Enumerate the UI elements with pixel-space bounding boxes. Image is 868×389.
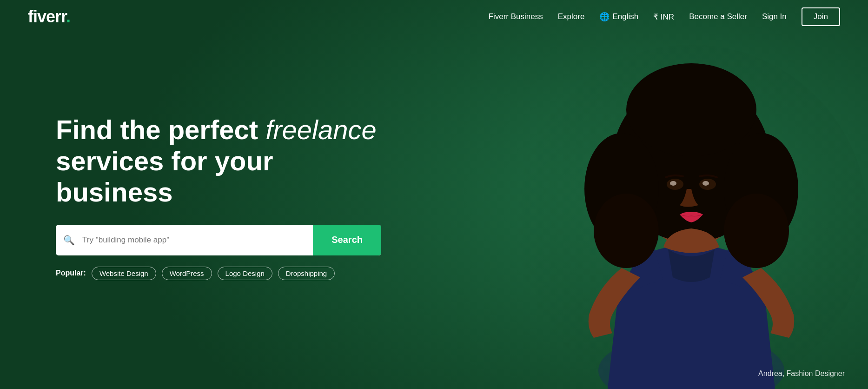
- search-bar: 🔍 Search: [56, 225, 381, 255]
- logo[interactable]: fiverr.: [28, 7, 70, 27]
- nav-become-seller[interactable]: Become a Seller: [689, 12, 747, 21]
- logo-dot: .: [66, 7, 70, 26]
- logo-wordmark: fiverr: [28, 7, 66, 26]
- navbar: fiverr. Fiverr Business Explore 🌐 Englis…: [0, 0, 868, 34]
- hero-content: Find the perfect freelance services for …: [0, 34, 868, 389]
- nav-currency[interactable]: ₹ INR: [653, 12, 674, 22]
- hero-heading-text2: services for your business: [56, 146, 273, 207]
- nav-fiverr-business[interactable]: Fiverr Business: [489, 12, 543, 21]
- search-button[interactable]: Search: [313, 225, 381, 255]
- tag-logo-design[interactable]: Logo Design: [218, 267, 272, 280]
- hero-section: fiverr. Fiverr Business Explore 🌐 Englis…: [0, 0, 868, 389]
- search-input[interactable]: [82, 225, 313, 255]
- tag-dropshipping[interactable]: Dropshipping: [278, 267, 335, 280]
- logo-text: fiverr.: [28, 7, 70, 27]
- popular-label: Popular:: [56, 269, 86, 277]
- nav-sign-in[interactable]: Sign In: [762, 12, 787, 21]
- search-icon-wrap: 🔍: [56, 225, 82, 255]
- search-icon: 🔍: [63, 235, 75, 246]
- globe-icon: 🌐: [599, 12, 610, 22]
- language-label: English: [612, 12, 638, 21]
- hero-heading-italic: freelance: [265, 114, 377, 145]
- hero-heading-text1: Find the perfect: [56, 114, 265, 145]
- nav-explore[interactable]: Explore: [558, 12, 585, 21]
- nav-language-selector[interactable]: 🌐 English: [599, 12, 638, 22]
- hero-left: Find the perfect freelance services for …: [0, 34, 868, 389]
- join-button[interactable]: Join: [802, 7, 840, 26]
- hero-heading: Find the perfect freelance services for …: [56, 114, 381, 208]
- tag-wordpress[interactable]: WordPress: [162, 267, 212, 280]
- person-credit: Andrea, Fashion Designer: [758, 369, 845, 378]
- popular-tags: Popular: Website Design WordPress Logo D…: [56, 267, 868, 280]
- tag-website-design[interactable]: Website Design: [92, 267, 156, 280]
- nav-links: Fiverr Business Explore 🌐 English ₹ INR …: [489, 7, 840, 26]
